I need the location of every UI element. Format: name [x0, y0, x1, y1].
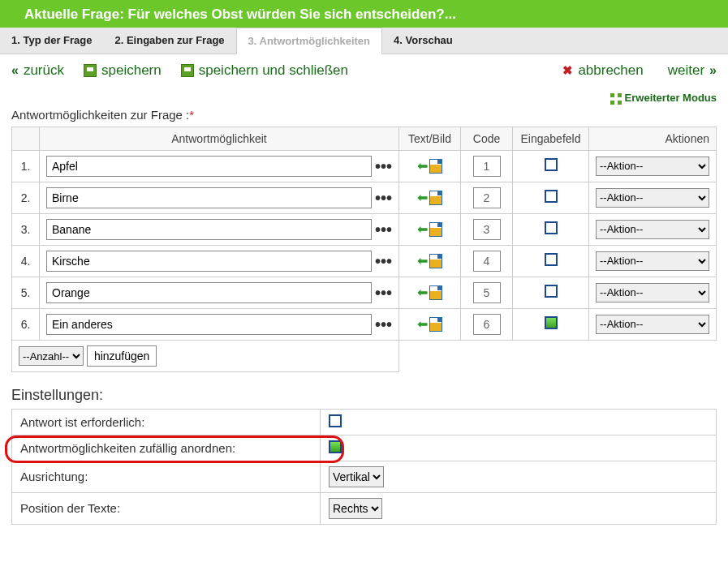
code-input[interactable]	[473, 156, 501, 177]
setting-orientation-label: Ausrichtung:	[12, 461, 321, 492]
tab-inputs[interactable]: 2. Eingaben zur Frage	[103, 28, 235, 54]
expand-icon	[610, 93, 622, 105]
chevron-right-icon[interactable]: »	[709, 63, 717, 78]
table-row: 2. ••• ⬅ --Aktion--	[12, 182, 717, 213]
tab-type[interactable]: 1. Typ der Frage	[0, 28, 103, 54]
image-icon[interactable]	[429, 159, 442, 174]
row-index: 2.	[12, 182, 40, 213]
image-icon[interactable]	[429, 317, 442, 332]
setting-required-checkbox[interactable]	[329, 414, 342, 427]
table-row: 4. ••• ⬅ --Aktion--	[12, 245, 717, 277]
arrow-left-icon[interactable]: ⬅	[417, 190, 428, 205]
setting-orientation: Ausrichtung: Vertikal	[12, 461, 717, 492]
add-count-select[interactable]: --Anzahl--	[19, 346, 84, 366]
toolbar: « zurück speichern speichern und schließ…	[0, 54, 728, 87]
col-header-answer: Antwortmöglichkeit	[40, 127, 399, 150]
answer-input[interactable]	[46, 187, 372, 208]
col-header-code: Code	[461, 127, 513, 150]
setting-text-position-label: Position der Texte:	[12, 492, 321, 524]
code-input[interactable]	[473, 282, 501, 303]
cancel-icon[interactable]: ✖	[562, 63, 573, 78]
answers-table: Antwortmöglichkeit Text/Bild Code Eingab…	[11, 127, 717, 372]
inputfield-checkbox[interactable]	[545, 316, 558, 329]
action-select[interactable]: --Aktion--	[596, 157, 709, 176]
page-title: Aktuelle Frage: Für welches Obst würden …	[24, 6, 456, 22]
next-link[interactable]: weiter	[668, 62, 704, 79]
setting-text-position-select[interactable]: Rechts	[329, 498, 382, 519]
action-select[interactable]: --Aktion--	[596, 251, 709, 271]
answer-input[interactable]	[46, 282, 372, 303]
tab-answers[interactable]: 3. Antwortmöglichkeiten	[236, 28, 382, 54]
row-index: 3.	[12, 213, 40, 245]
extended-mode-toggle[interactable]: Erweiterter Modus	[0, 87, 728, 108]
image-icon[interactable]	[429, 191, 442, 205]
inputfield-checkbox[interactable]	[545, 158, 558, 171]
setting-randomize-checkbox[interactable]	[329, 440, 342, 453]
image-icon[interactable]	[429, 222, 442, 237]
setting-randomize-label: Antwortmöglichkeiten zufällig anordnen:	[12, 435, 321, 461]
cancel-link[interactable]: abbrechen	[578, 62, 643, 79]
arrow-left-icon[interactable]: ⬅	[417, 285, 428, 300]
col-header-textimage: Text/Bild	[399, 127, 461, 150]
page-header: Aktuelle Frage: Für welches Obst würden …	[0, 0, 728, 28]
table-row: 6. ••• ⬅ --Aktion--	[12, 308, 717, 340]
more-icon[interactable]: •••	[375, 193, 392, 203]
save-close-link[interactable]: speichern und schließen	[199, 62, 348, 79]
setting-orientation-select[interactable]: Vertikal	[329, 466, 384, 487]
inputfield-checkbox[interactable]	[545, 190, 558, 203]
answer-input[interactable]	[46, 219, 372, 240]
row-index: 1.	[12, 150, 40, 182]
code-input[interactable]	[473, 187, 501, 208]
setting-text-position: Position der Texte: Rechts	[12, 492, 717, 524]
add-row: --Anzahl-- hinzufügen	[12, 340, 717, 371]
back-link[interactable]: zurück	[24, 62, 64, 79]
tab-bar: 1. Typ der Frage 2. Eingaben zur Frage 3…	[0, 28, 728, 54]
answer-input[interactable]	[46, 314, 372, 335]
settings-title: Einstellungen:	[0, 372, 728, 409]
tab-preview[interactable]: 4. Vorschau	[382, 28, 464, 54]
row-index: 4.	[12, 245, 40, 277]
setting-randomize: Antwortmöglichkeiten zufällig anordnen:	[12, 435, 717, 461]
answer-input[interactable]	[46, 251, 372, 272]
table-row: 1. ••• ⬅ --Aktion--	[12, 150, 717, 182]
row-index: 6.	[12, 308, 40, 340]
action-select[interactable]: --Aktion--	[596, 220, 709, 239]
inputfield-checkbox[interactable]	[545, 285, 558, 298]
row-index: 5.	[12, 277, 40, 308]
action-select[interactable]: --Aktion--	[596, 283, 709, 302]
arrow-left-icon[interactable]: ⬅	[417, 253, 428, 268]
settings-table: Antwort ist erforderlich: Antwortmöglich…	[11, 409, 717, 525]
more-icon[interactable]: •••	[375, 225, 392, 234]
code-input[interactable]	[473, 314, 501, 335]
col-header-inputfield: Eingabefeld	[513, 127, 589, 150]
inputfield-checkbox[interactable]	[545, 221, 558, 234]
arrow-left-icon[interactable]: ⬅	[417, 221, 428, 237]
add-button[interactable]: hinzufügen	[87, 345, 157, 367]
more-icon[interactable]: •••	[375, 320, 392, 329]
table-row: 5. ••• ⬅ --Aktion--	[12, 277, 717, 308]
more-icon[interactable]: •••	[375, 256, 392, 266]
image-icon[interactable]	[429, 254, 442, 268]
arrow-left-icon[interactable]: ⬅	[417, 316, 428, 332]
more-icon[interactable]: •••	[375, 161, 392, 171]
setting-required: Antwort ist erforderlich:	[12, 409, 717, 435]
save-icon[interactable]	[84, 64, 97, 77]
more-icon[interactable]: •••	[375, 288, 392, 298]
arrow-left-icon[interactable]: ⬅	[417, 158, 428, 174]
setting-required-label: Antwort ist erforderlich:	[12, 409, 321, 435]
section-label: Antwortmöglichkeiten zur Frage :*	[0, 108, 728, 127]
action-select[interactable]: --Aktion--	[596, 315, 709, 334]
chevron-left-icon[interactable]: «	[11, 63, 19, 78]
inputfield-checkbox[interactable]	[545, 253, 558, 266]
action-select[interactable]: --Aktion--	[596, 188, 709, 208]
table-row: 3. ••• ⬅ --Aktion--	[12, 213, 717, 245]
image-icon[interactable]	[429, 285, 442, 300]
save-close-icon[interactable]	[181, 64, 194, 77]
save-link[interactable]: speichern	[101, 62, 162, 79]
col-header-actions: Aktionen	[589, 127, 717, 150]
col-header-index	[12, 127, 40, 150]
answer-input[interactable]	[46, 156, 372, 177]
code-input[interactable]	[473, 251, 501, 272]
code-input[interactable]	[473, 219, 501, 240]
